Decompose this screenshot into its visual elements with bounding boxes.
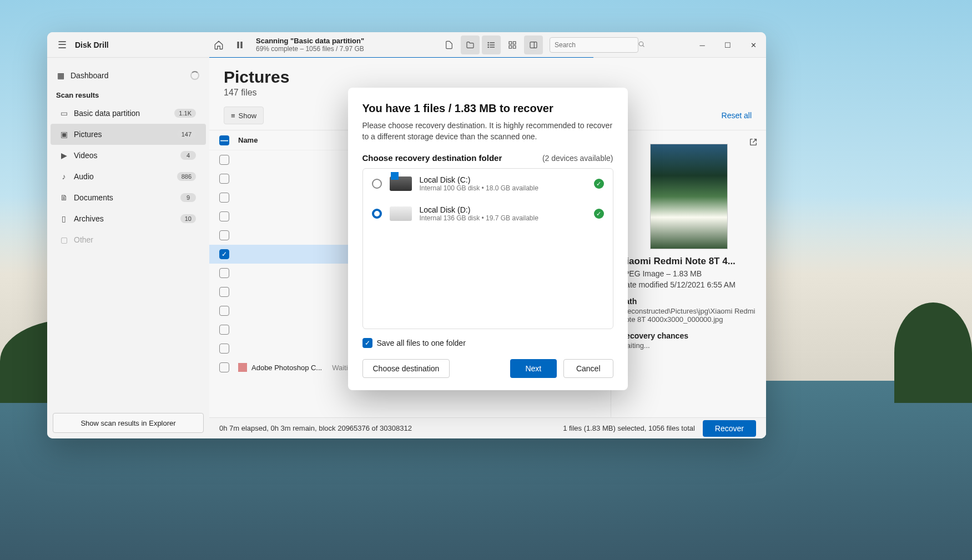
status-left: 0h 7m elapsed, 0h 3m remain, block 20965… [219, 424, 412, 432]
row-checkbox[interactable] [219, 344, 229, 354]
window-controls: ─ ☐ ✕ [689, 32, 766, 58]
sidebar-item-label: Archives [74, 214, 104, 223]
search-input[interactable] [555, 41, 638, 49]
svg-point-14 [639, 42, 643, 46]
select-all-checkbox[interactable]: — [219, 135, 229, 145]
svg-point-5 [488, 42, 488, 43]
row-checkbox[interactable] [219, 155, 229, 165]
destination-list: Local Disk (C:) Internal 100 GB disk • 1… [362, 168, 613, 329]
home-button[interactable] [209, 36, 228, 54]
choose-destination-button[interactable]: Choose destination [362, 359, 450, 378]
drive-icon [390, 176, 412, 191]
sidebar-item-icon: ▢ [58, 235, 69, 244]
titlebar: ☰ Disk Drill Scanning "Basic data partit… [47, 32, 766, 58]
row-checkbox[interactable] [219, 287, 229, 297]
sidebar-item-pictures[interactable]: ▣ Pictures 147 [51, 124, 206, 145]
close-button[interactable]: ✕ [741, 32, 766, 58]
sidebar-item-archives[interactable]: ▯ Archives 10 [51, 208, 206, 229]
row-checkbox[interactable] [219, 174, 229, 184]
sidebar-item-videos[interactable]: ▶ Videos 4 [51, 145, 206, 166]
sidebar-item-label: Other [74, 235, 93, 244]
sidebar-item-basic-data-partition[interactable]: ▭ Basic data partition 1.1K [51, 103, 206, 124]
row-checkbox[interactable] [219, 268, 229, 278]
sidebar-item-badge: 886 [177, 172, 196, 181]
row-checkbox[interactable] [219, 211, 229, 221]
recovery-destination-modal: You have 1 files / 1.83 MB to recover Pl… [348, 88, 628, 390]
folder-view-icon[interactable] [461, 36, 480, 54]
device-radio[interactable] [372, 209, 382, 219]
spinner-icon [190, 71, 199, 80]
sidebar-item-badge: 10 [180, 214, 196, 223]
status-right: 1 files (1.83 MB) selected, 1056 files t… [563, 424, 695, 432]
sidebar-item-badge: 4 [180, 151, 196, 160]
file-view-icon[interactable] [440, 36, 459, 54]
list-view-icon[interactable] [482, 36, 501, 54]
sidebar-item-badge: 147 [177, 130, 196, 139]
scan-title: Scanning "Basic data partition" [256, 37, 364, 46]
pause-button[interactable] [230, 36, 249, 54]
sidebar-item-badge: 1.1K [174, 109, 196, 118]
row-checkbox[interactable] [219, 306, 229, 316]
preview-thumbnail [650, 144, 728, 249]
cancel-button[interactable]: Cancel [563, 359, 613, 378]
status-ok-icon: ✓ [594, 179, 604, 189]
device-radio[interactable] [372, 179, 382, 189]
modal-device-count: (2 devices available) [542, 154, 613, 163]
status-bar: 0h 7m elapsed, 0h 3m remain, block 20965… [209, 417, 766, 438]
row-checkbox[interactable] [219, 362, 229, 372]
sidebar-item-other[interactable]: ▢ Other [51, 229, 206, 250]
modal-choose-label: Choose recovery destination folder [362, 153, 502, 163]
recover-button[interactable]: Recover [703, 420, 756, 437]
menu-icon[interactable]: ☰ [54, 39, 70, 51]
row-checkbox[interactable]: ✓ [219, 249, 229, 259]
sidebar-dashboard[interactable]: ▦ Dashboard [47, 64, 209, 87]
maximize-button[interactable]: ☐ [715, 32, 741, 58]
preview-filename: Xiaomi Redmi Note 8T 4... [620, 256, 757, 267]
save-one-checkbox[interactable]: ✓ [362, 338, 372, 348]
disk-drill-window: ☰ Disk Drill Scanning "Basic data partit… [47, 32, 766, 438]
search-icon [638, 40, 645, 50]
sidebar-item-audio[interactable]: ♪ Audio 886 [51, 166, 206, 187]
svg-point-6 [488, 44, 488, 45]
search-box[interactable] [550, 37, 638, 53]
filter-icon: ≡ [231, 112, 235, 120]
row-checkbox[interactable] [219, 193, 229, 203]
next-button[interactable]: Next [510, 359, 557, 378]
reset-all-link[interactable]: Reset all [722, 111, 752, 120]
app-title: Disk Drill [75, 41, 109, 49]
dashboard-icon: ▦ [55, 71, 66, 80]
preview-pane: Xiaomi Redmi Note 8T 4... JPEG Image – 1… [611, 130, 766, 417]
minimize-button[interactable]: ─ [689, 32, 715, 58]
svg-rect-8 [509, 42, 512, 44]
save-one-folder-option[interactable]: ✓ Save all files to one folder [362, 338, 613, 348]
drive-details: Internal 136 GB disk • 19.7 GB available [420, 214, 586, 222]
sidebar-item-documents[interactable]: 🗎 Documents 9 [51, 187, 206, 208]
drive-info: Local Disk (D:) Internal 136 GB disk • 1… [420, 205, 586, 222]
row-checkbox[interactable] [219, 325, 229, 335]
drive-details: Internal 100 GB disk • 18.0 GB available [420, 184, 586, 192]
modal-title: You have 1 files / 1.83 MB to recover [362, 102, 613, 115]
sidebar-item-icon: ♪ [58, 172, 69, 181]
status-ok-icon: ✓ [594, 209, 604, 219]
sidebar-item-label: Basic data partition [74, 109, 140, 118]
row-checkbox[interactable] [219, 230, 229, 240]
popout-icon[interactable] [746, 135, 761, 149]
destination-device[interactable]: Local Disk (D:) Internal 136 GB disk • 1… [363, 199, 613, 229]
sidebar-item-icon: ▣ [58, 130, 69, 139]
panel-view-icon[interactable] [524, 36, 543, 54]
sidebar-item-label: Audio [74, 172, 94, 181]
destination-device[interactable]: Local Disk (C:) Internal 100 GB disk • 1… [363, 169, 613, 199]
sidebar-dashboard-label: Dashboard [70, 71, 109, 80]
sidebar-item-badge: 9 [180, 193, 196, 202]
sidebar-item-icon: ▭ [58, 109, 69, 118]
sidebar: ▦ Dashboard Scan results ▭ Basic data pa… [47, 58, 209, 438]
modal-instructions: Please choose recovery destination. It i… [362, 120, 613, 142]
save-one-label: Save all files to one folder [377, 339, 466, 347]
show-filter-label: Show [239, 112, 257, 120]
sidebar-item-label: Videos [74, 151, 98, 160]
svg-rect-10 [509, 46, 512, 48]
show-in-explorer-button[interactable]: Show scan results in Explorer [53, 413, 204, 433]
sidebar-item-icon: 🗎 [58, 193, 69, 202]
show-filter-button[interactable]: ≡ Show [224, 107, 264, 124]
grid-view-icon[interactable] [503, 36, 522, 54]
